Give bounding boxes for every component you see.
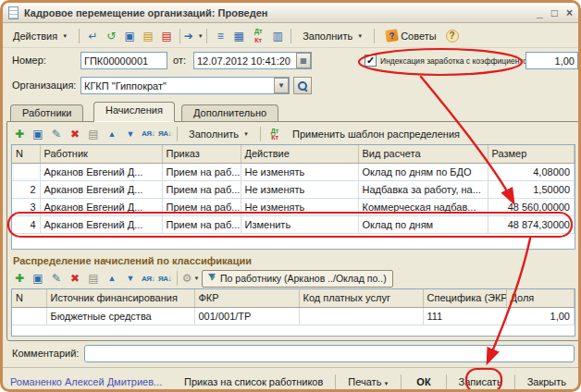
cell-amount[interactable]: 1,50000	[488, 180, 575, 198]
sort-desc-icon[interactable]: ЯА↓	[158, 129, 171, 138]
tab-accruals[interactable]: Начисления	[93, 102, 175, 122]
dt-kt-icon[interactable]: ДтКт	[250, 25, 266, 46]
cell-worker[interactable]: Арканов Евгений Д...	[40, 163, 162, 180]
sort-asc-icon[interactable]: АЯ↓	[142, 275, 155, 283]
cell-action[interactable]: Не изменять	[241, 180, 358, 198]
cell-order[interactable]: Прием на раб...	[162, 163, 241, 180]
responsible-user-link[interactable]: Романенко Алексей Дмитриев...	[10, 376, 162, 387]
edit-row-icon[interactable]: ✎	[49, 271, 64, 286]
add-row-icon[interactable]: ✚	[12, 127, 27, 141]
move-down-icon[interactable]: ▼	[123, 271, 138, 286]
row-selector[interactable]: 1	[12, 307, 46, 325]
sort-desc-icon[interactable]: ЯА↓	[158, 275, 171, 283]
edit-row-icon[interactable]: ✎	[49, 127, 64, 141]
col-n[interactable]: N	[12, 289, 46, 307]
cell-calc-type[interactable]: Оклад по дням по БДО	[358, 163, 488, 180]
move-down-icon[interactable]: ▼	[123, 127, 138, 141]
cell-share[interactable]: 1,00	[506, 307, 575, 325]
reread-icon[interactable]: ↵	[85, 29, 100, 43]
row-selector[interactable]: 1	[12, 163, 40, 180]
col-order[interactable]: Приказ	[162, 145, 241, 163]
cell-specifics[interactable]: 111	[423, 307, 506, 325]
organization-input[interactable]: КГКП "Гиппократ"	[80, 77, 290, 94]
cell-order[interactable]: Прием на раб...	[162, 180, 241, 198]
col-calc-type[interactable]: Вид расчета	[358, 145, 488, 163]
row-selector[interactable]: 3	[12, 198, 40, 215]
delete-row-icon[interactable]: ✖	[68, 271, 82, 286]
cell-calc-type[interactable]: Коммерческая надбав...	[358, 198, 488, 215]
table-row-highlighted[interactable]: 4 Арканов Евгений Д... Прием на раб... И…	[12, 215, 575, 233]
order-for-workers-button[interactable]: Приказ на список работников	[179, 374, 328, 389]
close-document-button[interactable]: Закрыть	[523, 374, 571, 389]
cell-fkr[interactable]: 001/001/ТР	[194, 307, 299, 325]
sort-asc-icon[interactable]: АЯ↓	[142, 129, 155, 138]
cell-source[interactable]: Бюджетные средства	[46, 307, 194, 325]
copy-row-icon[interactable]: ▣	[31, 127, 45, 141]
col-amount[interactable]: Размер	[488, 145, 575, 163]
list-icon[interactable]: ≡	[213, 29, 228, 43]
col-fkr[interactable]: ФКР	[194, 289, 299, 307]
copy-document-icon[interactable]: ▣	[122, 29, 137, 43]
go-icon[interactable]: ➔	[186, 29, 201, 43]
row-selector[interactable]: 4	[12, 215, 40, 233]
close-button[interactable]: ×	[566, 7, 573, 18]
move-up-icon[interactable]: ▲	[105, 271, 119, 286]
cell-calc-type[interactable]: Оклад по дням	[358, 215, 488, 233]
move-up-icon[interactable]: ▲	[105, 127, 119, 141]
minimize-button[interactable]: _	[537, 7, 543, 18]
cell-worker[interactable]: Арканов Евгений Д...	[40, 198, 162, 215]
copy-row-icon[interactable]: ▣	[31, 271, 45, 286]
cell-worker[interactable]: Арканов Евгений Д...	[40, 180, 162, 198]
cell-paid-code[interactable]	[299, 307, 423, 325]
col-paid-code[interactable]: Код платных услуг	[299, 289, 423, 307]
cell-amount[interactable]: 48 560,00000	[488, 198, 575, 215]
refresh-icon[interactable]: ↺	[104, 29, 118, 43]
apply-template-button[interactable]: Применить шаблон распределения	[287, 126, 465, 142]
add-row-icon[interactable]: ✚	[12, 271, 27, 286]
organization-dropdown-button[interactable]: ▼	[274, 78, 289, 93]
col-n[interactable]: N	[12, 145, 40, 163]
fill-menu-button[interactable]: Заполнить	[297, 28, 368, 44]
filter-by-worker-button[interactable]: По работнику (Арканов ../Оклад по..)	[202, 270, 393, 288]
print-button[interactable]: Печать	[343, 374, 393, 389]
cell-calc-type[interactable]: Надбавка за работу, на...	[358, 180, 488, 198]
cell-order[interactable]: Прием на раб...	[162, 198, 241, 215]
table-row[interactable]: 1 Бюджетные средства 001/001/ТР 111 1,00	[12, 307, 575, 325]
row-selector[interactable]: 2	[12, 180, 40, 198]
maximize-button[interactable]: □	[551, 7, 558, 18]
col-worker[interactable]: Работник	[40, 145, 162, 163]
indexation-checkbox[interactable]: ✓	[365, 55, 377, 67]
cell-order[interactable]: Прием на раб...	[162, 215, 241, 233]
register-records-icon[interactable]: ▥	[270, 29, 285, 43]
number-input[interactable]: ГПК00000001	[80, 52, 167, 69]
table-row[interactable]: 2 Арканов Евгений Д... Прием на раб... Н…	[12, 180, 575, 198]
table-row[interactable]: 1 Арканов Евгений Д... Прием на раб... Н…	[12, 163, 575, 180]
delete-row-icon[interactable]: ✖	[68, 127, 82, 141]
cell-worker[interactable]: Арканов Евгений Д...	[40, 215, 162, 233]
settings-icon[interactable]: ⚙	[183, 271, 198, 286]
coefficient-input[interactable]: 1,00	[525, 52, 578, 69]
col-action[interactable]: Действие	[241, 145, 358, 163]
unpost-document-icon[interactable]: ▤	[159, 29, 174, 43]
organization-lookup-button[interactable]	[293, 77, 312, 94]
help-icon[interactable]: ?	[446, 30, 459, 43]
col-share[interactable]: Доля	[506, 289, 575, 307]
calendar-button[interactable]: ▦	[296, 53, 311, 68]
select-type-icon[interactable]: ▦	[231, 29, 246, 43]
actions-menu-button[interactable]: Действия	[7, 28, 73, 44]
cell-amount[interactable]: 4,08000	[488, 163, 575, 180]
col-specifics[interactable]: Специфика (ЭКР)	[423, 289, 506, 307]
cell-action[interactable]: Не изменять	[241, 198, 358, 215]
table-row[interactable]: 3 Арканов Евгений Д... Прием на раб... Н…	[12, 198, 575, 215]
cell-action[interactable]: Изменить	[241, 215, 358, 233]
tab-workers[interactable]: Работники	[10, 104, 83, 122]
col-source[interactable]: Источник финансирования	[46, 289, 194, 307]
tab-additional[interactable]: Дополнительно	[181, 104, 278, 122]
tips-button[interactable]: ? Советы	[380, 27, 441, 44]
save-button[interactable]: Записать	[454, 374, 507, 389]
accruals-fill-button[interactable]: Заполнить	[183, 126, 254, 142]
cell-amount[interactable]: 48 874,30000	[488, 215, 575, 233]
comment-input[interactable]	[84, 345, 575, 362]
ok-button[interactable]: ОК	[409, 374, 438, 389]
post-document-icon[interactable]: ▤	[141, 29, 155, 43]
